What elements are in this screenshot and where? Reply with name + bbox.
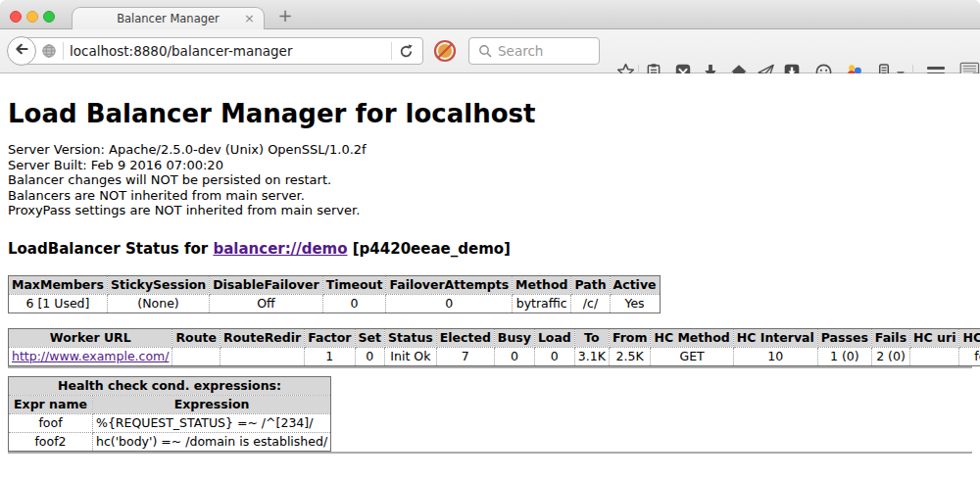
page-content: Load Balancer Manager for localhost Serv… [0, 73, 980, 481]
workers-table: Worker URL Route RouteRedir Factor Set S… [8, 328, 980, 366]
route-cell [172, 347, 220, 365]
col-factor: Factor [305, 328, 355, 347]
persist-note-line: Balancer changes will NOT be persisted o… [8, 172, 972, 188]
tab-title: Balancer Manager [117, 12, 220, 25]
url-input[interactable] [70, 43, 385, 59]
col-passes: Passes [817, 328, 871, 347]
worker-url-link[interactable]: http://www.example.com/ [12, 349, 169, 363]
col-from: From [609, 328, 651, 347]
col-maxmembers: MaxMembers [9, 275, 108, 294]
table-header-row: MaxMembers StickySession DisableFailover… [9, 275, 661, 294]
load-cell: 0 [534, 347, 574, 365]
back-arrow-icon [14, 41, 29, 61]
maxmembers-value: 6 [1 Used] [9, 294, 108, 313]
from-cell: 2.5K [609, 347, 651, 365]
disablefailover-value: Off [210, 294, 322, 313]
col-failoverattempts: FailoverAttempts [386, 275, 513, 294]
health-row: foof2 hc('body') =~ /domain is establish… [9, 432, 331, 451]
col-busy: Busy [494, 328, 534, 347]
col-active: Active [610, 275, 660, 294]
col-worker-url: Worker URL [9, 328, 172, 347]
server-built-line: Server Built: Feb 9 2016 07:00:20 [8, 158, 972, 173]
hc-interval-cell: 10 [733, 347, 817, 365]
close-window-button[interactable] [10, 11, 22, 23]
server-info: Server Version: Apache/2.5.0-dev (Unix) … [8, 142, 972, 218]
hc-uri-cell [910, 347, 959, 365]
close-tab-icon[interactable]: × [244, 11, 255, 25]
search-input[interactable] [498, 43, 586, 59]
to-cell: 3.1K [574, 347, 609, 365]
col-hc-uri: HC uri [910, 328, 959, 347]
col-elected: Elected [436, 328, 494, 347]
new-tab-button[interactable]: + [275, 5, 295, 25]
col-hc-expr: HC Expr [959, 328, 980, 347]
loadbalancer-status-heading: LoadBalancer Status for balancer://demo … [8, 240, 972, 258]
expression-cell: hc('body') =~ /domain is established/ [93, 432, 331, 451]
path-value: /c/ [571, 294, 610, 313]
timeout-value: 0 [322, 294, 386, 313]
urlbar-separator [391, 42, 392, 60]
col-set: Set [355, 328, 384, 347]
titlebar: Balancer Manager × + [0, 0, 980, 29]
col-status: Status [385, 328, 437, 347]
col-route: Route [172, 328, 220, 347]
expr-name-cell: foof2 [9, 432, 93, 451]
col-stickysession: StickySession [107, 275, 209, 294]
col-timeout: Timeout [322, 275, 386, 294]
zoom-window-button[interactable] [43, 11, 55, 23]
col-path: Path [571, 275, 610, 294]
hc-expr-cell: foof2 [959, 347, 980, 365]
col-load: Load [534, 328, 574, 347]
balancers-note-line: Balancers are NOT inherited from main se… [8, 188, 972, 204]
search-bar[interactable] [468, 37, 600, 65]
section-divider [8, 366, 972, 368]
failoverattempts-value: 0 [386, 294, 513, 313]
passes-cell: 1 (0) [817, 347, 871, 365]
heading-prefix: LoadBalancer Status for [8, 240, 213, 258]
url-bar[interactable] [22, 37, 423, 65]
table-title-row: Health check cond. expressions: [9, 376, 331, 395]
col-routeredir: RouteRedir [220, 328, 305, 347]
hc-method-cell: GET [651, 347, 733, 365]
status-cell: Init Ok [385, 347, 437, 365]
table-row: 6 [1 Used] (None) Off 0 0 bytraffic /c/ … [9, 294, 661, 313]
worker-url-cell: http://www.example.com/ [9, 347, 172, 365]
proxypass-note-line: ProxyPass settings are NOT inherited fro… [8, 203, 972, 218]
table-header-row: Expr name Expression [9, 395, 331, 413]
balancer-demo-link[interactable]: balancer://demo [213, 240, 347, 258]
col-fails: Fails [871, 328, 909, 347]
content-blocked-icon[interactable] [432, 38, 458, 64]
search-icon [478, 44, 492, 58]
health-check-table: Health check cond. expressions: Expr nam… [8, 376, 331, 452]
site-identity-globe-icon[interactable] [41, 43, 57, 59]
col-hc-interval: HC Interval [733, 328, 817, 347]
elected-cell: 7 [436, 347, 494, 365]
fails-cell: 2 (0) [871, 347, 909, 365]
health-row: foof %{REQUEST_STATUS} =~ /^[234]/ [9, 413, 331, 432]
minimize-window-button[interactable] [26, 11, 38, 23]
reload-icon[interactable] [398, 43, 415, 60]
health-table-title: Health check cond. expressions: [9, 376, 331, 395]
stickysession-value: (None) [107, 294, 209, 313]
tab-balancer-manager[interactable]: Balancer Manager × [72, 7, 265, 29]
factor-cell: 1 [305, 347, 355, 365]
balancer-params-table: MaxMembers StickySession DisableFailover… [8, 275, 661, 313]
expr-name-cell: foof [9, 413, 93, 432]
col-disablefailover: DisableFailover [210, 275, 322, 294]
method-value: bytraffic [513, 294, 571, 313]
col-hc-method: HC Method [651, 328, 733, 347]
page-title: Load Balancer Manager for localhost [8, 99, 972, 128]
server-version-line: Server Version: Apache/2.5.0-dev (Unix) … [8, 142, 972, 158]
urlbar-separator [63, 42, 64, 60]
page-bottom-divider [8, 452, 972, 454]
worker-row: http://www.example.com/ 1 0 Init Ok 7 0 … [9, 347, 980, 365]
table-header-row: Worker URL Route RouteRedir Factor Set S… [9, 328, 980, 347]
browser-window: Balancer Manager × + [0, 0, 980, 481]
back-button[interactable] [7, 36, 36, 66]
col-to: To [574, 328, 609, 347]
expression-cell: %{REQUEST_STATUS} =~ /^[234]/ [93, 413, 331, 432]
col-expr-name: Expr name [9, 395, 93, 413]
busy-cell: 0 [494, 347, 534, 365]
heading-suffix: [p4420eeae_demo] [348, 240, 511, 258]
routeredir-cell [220, 347, 305, 365]
